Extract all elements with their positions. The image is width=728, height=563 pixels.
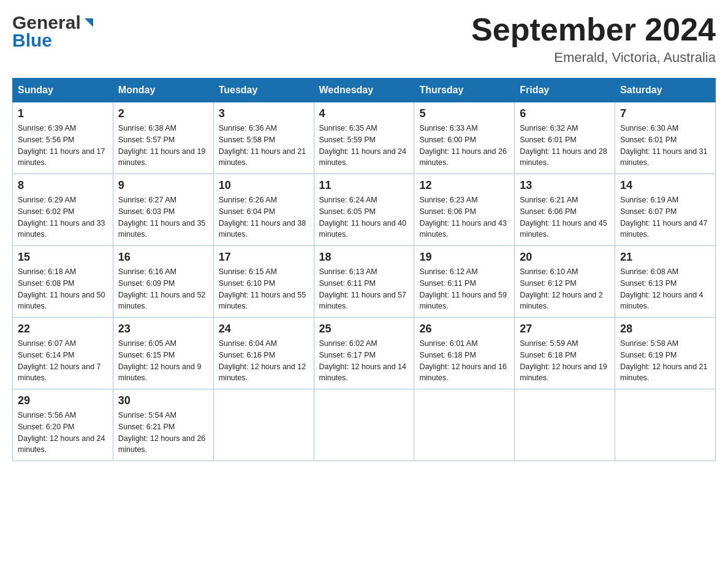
- calendar-cell: 3Sunrise: 6:36 AMSunset: 5:58 PMDaylight…: [213, 102, 314, 174]
- day-info: Sunrise: 6:08 AMSunset: 6:13 PMDaylight:…: [620, 266, 710, 312]
- day-number: 13: [520, 179, 610, 192]
- col-thursday: Thursday: [414, 79, 515, 102]
- day-number: 12: [419, 179, 509, 192]
- calendar-cell: 26Sunrise: 6:01 AMSunset: 6:18 PMDayligh…: [414, 318, 515, 389]
- day-number: 8: [18, 179, 108, 192]
- day-info: Sunrise: 6:26 AMSunset: 6:04 PMDaylight:…: [219, 194, 309, 240]
- calendar-week-row: 15Sunrise: 6:18 AMSunset: 6:08 PMDayligh…: [13, 246, 716, 318]
- day-info: Sunrise: 6:18 AMSunset: 6:08 PMDaylight:…: [18, 266, 108, 312]
- day-number: 3: [219, 107, 309, 120]
- calendar-cell: 20Sunrise: 6:10 AMSunset: 6:12 PMDayligh…: [515, 246, 615, 318]
- day-number: 5: [419, 107, 509, 120]
- calendar-table: Sunday Monday Tuesday Wednesday Thursday…: [12, 78, 716, 461]
- calendar-week-row: 1Sunrise: 6:39 AMSunset: 5:56 PMDaylight…: [13, 102, 716, 174]
- day-number: 28: [620, 323, 710, 335]
- day-info: Sunrise: 6:15 AMSunset: 6:10 PMDaylight:…: [219, 266, 309, 312]
- day-number: 4: [319, 107, 409, 120]
- day-number: 24: [219, 323, 309, 335]
- day-info: Sunrise: 6:01 AMSunset: 6:18 PMDaylight:…: [419, 338, 509, 384]
- calendar-cell: 25Sunrise: 6:02 AMSunset: 6:17 PMDayligh…: [314, 318, 414, 389]
- calendar-cell: 21Sunrise: 6:08 AMSunset: 6:13 PMDayligh…: [615, 246, 716, 318]
- day-number: 14: [620, 179, 710, 192]
- day-number: 23: [118, 323, 208, 335]
- day-info: Sunrise: 6:23 AMSunset: 6:06 PMDaylight:…: [419, 194, 509, 240]
- day-info: Sunrise: 6:38 AMSunset: 5:57 PMDaylight:…: [118, 123, 208, 169]
- day-number: 17: [219, 251, 309, 264]
- day-info: Sunrise: 6:05 AMSunset: 6:15 PMDaylight:…: [118, 338, 208, 384]
- calendar-cell: 6Sunrise: 6:32 AMSunset: 6:01 PMDaylight…: [515, 102, 615, 174]
- logo-blue-text: Blue: [12, 30, 96, 50]
- col-sunday: Sunday: [13, 79, 113, 102]
- calendar-cell: 17Sunrise: 6:15 AMSunset: 6:10 PMDayligh…: [213, 246, 314, 318]
- day-info: Sunrise: 6:07 AMSunset: 6:14 PMDaylight:…: [18, 338, 108, 384]
- day-number: 10: [219, 179, 309, 192]
- day-info: Sunrise: 6:24 AMSunset: 6:05 PMDaylight:…: [319, 194, 409, 240]
- col-tuesday: Tuesday: [213, 79, 314, 102]
- day-info: Sunrise: 6:10 AMSunset: 6:12 PMDaylight:…: [520, 266, 610, 312]
- calendar-cell: [314, 389, 414, 461]
- day-number: 7: [620, 107, 710, 120]
- svg-marker-0: [85, 18, 93, 27]
- calendar-cell: [515, 389, 615, 461]
- title-section: September 2024 Emerald, Victoria, Austra…: [471, 12, 716, 66]
- calendar-cell: 13Sunrise: 6:21 AMSunset: 6:06 PMDayligh…: [515, 174, 615, 246]
- day-info: Sunrise: 6:30 AMSunset: 6:01 PMDaylight:…: [620, 123, 710, 169]
- calendar-week-row: 22Sunrise: 6:07 AMSunset: 6:14 PMDayligh…: [13, 318, 716, 389]
- day-number: 19: [419, 251, 509, 264]
- calendar-cell: [414, 389, 515, 461]
- day-info: Sunrise: 5:56 AMSunset: 6:20 PMDaylight:…: [18, 410, 108, 456]
- day-number: 26: [419, 323, 509, 335]
- calendar-cell: [213, 389, 314, 461]
- day-info: Sunrise: 6:13 AMSunset: 6:11 PMDaylight:…: [319, 266, 409, 312]
- day-number: 21: [620, 251, 710, 264]
- calendar-cell: 18Sunrise: 6:13 AMSunset: 6:11 PMDayligh…: [314, 246, 414, 318]
- day-info: Sunrise: 6:04 AMSunset: 6:16 PMDaylight:…: [219, 338, 309, 384]
- calendar-cell: 22Sunrise: 6:07 AMSunset: 6:14 PMDayligh…: [13, 318, 113, 389]
- day-info: Sunrise: 5:54 AMSunset: 6:21 PMDaylight:…: [118, 410, 208, 456]
- col-saturday: Saturday: [615, 79, 716, 102]
- day-info: Sunrise: 6:02 AMSunset: 6:17 PMDaylight:…: [319, 338, 409, 384]
- calendar-cell: 7Sunrise: 6:30 AMSunset: 6:01 PMDaylight…: [615, 102, 716, 174]
- day-number: 25: [319, 323, 409, 335]
- day-info: Sunrise: 5:59 AMSunset: 6:18 PMDaylight:…: [520, 338, 610, 384]
- logo: General Blue: [12, 12, 96, 50]
- day-info: Sunrise: 6:16 AMSunset: 6:09 PMDaylight:…: [118, 266, 208, 312]
- day-info: Sunrise: 5:58 AMSunset: 6:19 PMDaylight:…: [620, 338, 710, 384]
- day-info: Sunrise: 6:39 AMSunset: 5:56 PMDaylight:…: [18, 123, 108, 169]
- day-number: 22: [18, 323, 108, 335]
- day-number: 18: [319, 251, 409, 264]
- day-number: 27: [520, 323, 610, 335]
- calendar-cell: 24Sunrise: 6:04 AMSunset: 6:16 PMDayligh…: [213, 318, 314, 389]
- day-info: Sunrise: 6:27 AMSunset: 6:03 PMDaylight:…: [118, 194, 208, 240]
- day-info: Sunrise: 6:29 AMSunset: 6:02 PMDaylight:…: [18, 194, 108, 240]
- calendar-title: September 2024: [471, 12, 716, 47]
- calendar-cell: 9Sunrise: 6:27 AMSunset: 6:03 PMDaylight…: [113, 174, 213, 246]
- calendar-cell: 1Sunrise: 6:39 AMSunset: 5:56 PMDaylight…: [13, 102, 113, 174]
- calendar-cell: 4Sunrise: 6:35 AMSunset: 5:59 PMDaylight…: [314, 102, 414, 174]
- calendar-cell: 8Sunrise: 6:29 AMSunset: 6:02 PMDaylight…: [13, 174, 113, 246]
- day-info: Sunrise: 6:36 AMSunset: 5:58 PMDaylight:…: [219, 123, 309, 169]
- calendar-subtitle: Emerald, Victoria, Australia: [471, 50, 716, 66]
- calendar-cell: 14Sunrise: 6:19 AMSunset: 6:07 PMDayligh…: [615, 174, 716, 246]
- day-number: 1: [18, 107, 108, 120]
- calendar-cell: 11Sunrise: 6:24 AMSunset: 6:05 PMDayligh…: [314, 174, 414, 246]
- calendar-cell: 16Sunrise: 6:16 AMSunset: 6:09 PMDayligh…: [113, 246, 213, 318]
- day-info: Sunrise: 6:21 AMSunset: 6:06 PMDaylight:…: [520, 194, 610, 240]
- calendar-cell: [615, 389, 716, 461]
- col-friday: Friday: [515, 79, 615, 102]
- day-info: Sunrise: 6:12 AMSunset: 6:11 PMDaylight:…: [419, 266, 509, 312]
- calendar-cell: 30Sunrise: 5:54 AMSunset: 6:21 PMDayligh…: [113, 389, 213, 461]
- calendar-cell: 5Sunrise: 6:33 AMSunset: 6:00 PMDaylight…: [414, 102, 515, 174]
- day-number: 29: [18, 394, 108, 407]
- day-info: Sunrise: 6:35 AMSunset: 5:59 PMDaylight:…: [319, 123, 409, 169]
- day-number: 9: [118, 179, 208, 192]
- calendar-cell: 19Sunrise: 6:12 AMSunset: 6:11 PMDayligh…: [414, 246, 515, 318]
- day-number: 16: [118, 251, 208, 264]
- calendar-week-row: 8Sunrise: 6:29 AMSunset: 6:02 PMDaylight…: [13, 174, 716, 246]
- calendar-cell: 23Sunrise: 6:05 AMSunset: 6:15 PMDayligh…: [113, 318, 213, 389]
- calendar-header-row: Sunday Monday Tuesday Wednesday Thursday…: [13, 79, 716, 102]
- calendar-cell: 27Sunrise: 5:59 AMSunset: 6:18 PMDayligh…: [515, 318, 615, 389]
- logo-arrow-icon: [82, 16, 96, 29]
- day-number: 2: [118, 107, 208, 120]
- day-info: Sunrise: 6:33 AMSunset: 6:00 PMDaylight:…: [419, 123, 509, 169]
